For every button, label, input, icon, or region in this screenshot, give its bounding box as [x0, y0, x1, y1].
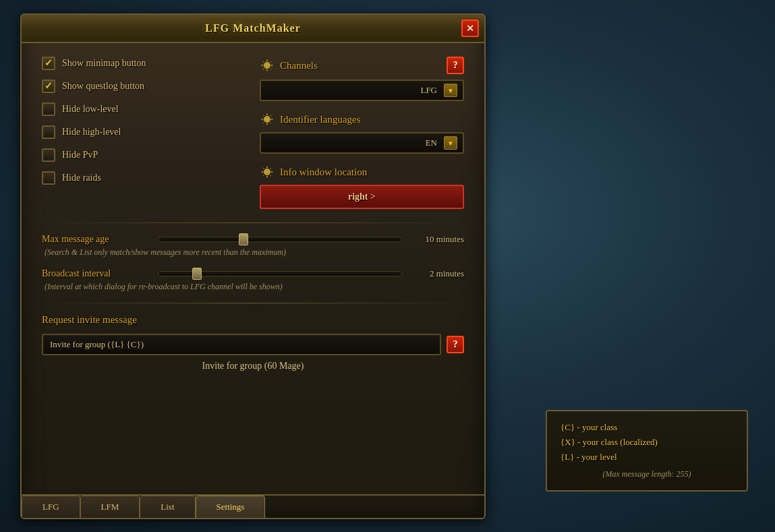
- languages-dropdown-container: EN ▼: [260, 132, 464, 154]
- channels-dropdown[interactable]: LFG ▼: [260, 80, 464, 101]
- check-mark-2: ✓: [45, 82, 53, 91]
- max-message-age-slider[interactable]: [158, 237, 402, 242]
- label-show-questlog: Show questlog button: [62, 81, 144, 92]
- invite-help-button[interactable]: ?: [447, 336, 464, 353]
- checkbox-row-show-questlog: ✓ Show questlog button: [42, 80, 246, 93]
- max-message-age-description: (Search & List only match/show messages …: [45, 247, 464, 258]
- languages-dropdown-value: EN: [266, 138, 440, 148]
- tab-lfm[interactable]: LFM: [80, 496, 140, 518]
- max-message-age-value: 10 minutes: [410, 234, 464, 245]
- top-section: ✓ Show minimap button ✓ Show questlog bu…: [42, 57, 464, 209]
- broadcast-interval-slider[interactable]: [158, 271, 402, 276]
- languages-label: Identifier languages: [280, 114, 361, 125]
- broadcast-interval-thumb[interactable]: [192, 268, 202, 280]
- location-header: Info window location: [260, 165, 464, 179]
- tab-settings[interactable]: Settings: [196, 496, 266, 518]
- channels-dropdown-value: LFG: [266, 85, 440, 96]
- tooltip-panel: {C} - your class {X} - your class (local…: [546, 410, 748, 492]
- checkbox-hide-high[interactable]: [42, 125, 55, 139]
- invite-input[interactable]: [42, 334, 441, 355]
- location-label: Info window location: [280, 167, 367, 178]
- tooltip-line-2: {X} - your class (localized): [561, 437, 733, 448]
- max-message-age-section: Max message age 10 minutes (Search & Lis…: [42, 234, 464, 258]
- languages-header: Identifier languages: [260, 112, 464, 127]
- svg-point-3: [265, 117, 269, 121]
- check-mark: ✓: [45, 59, 53, 68]
- tooltip-line-1: {C} - your class: [561, 422, 733, 433]
- invite-input-row: ?: [42, 334, 464, 355]
- channels-dropdown-container: LFG ▼: [260, 80, 464, 101]
- broadcast-interval-description: (Interval at which dialog for re-broadca…: [45, 282, 464, 292]
- close-button[interactable]: ✕: [461, 20, 479, 37]
- label-show-minimap: Show minimap button: [62, 58, 146, 69]
- svg-point-1: [265, 63, 269, 67]
- tab-lfg[interactable]: LFG: [22, 496, 80, 518]
- broadcast-interval-label: Broadcast interval: [42, 268, 150, 279]
- label-hide-pvp: Hide PvP: [62, 150, 98, 160]
- divider-1: [42, 223, 464, 223]
- max-message-age-label: Max message age: [42, 234, 150, 245]
- tooltip-line-3: {L} - your level: [561, 452, 733, 463]
- checkbox-hide-raids[interactable]: [42, 171, 55, 185]
- languages-dropdown[interactable]: EN ▼: [260, 132, 464, 154]
- broadcast-interval-section: Broadcast interval 2 minutes (Interval a…: [42, 268, 464, 292]
- checkbox-hide-low[interactable]: [42, 102, 55, 116]
- checkbox-row-hide-pvp: Hide PvP: [42, 148, 246, 162]
- channels-label: Channels: [280, 60, 318, 71]
- right-column: Channels ? LFG ▼ Identifie: [260, 57, 464, 209]
- languages-dropdown-arrow: ▼: [444, 136, 457, 150]
- label-hide-low: Hide low-level: [62, 104, 119, 115]
- gear-icon-channels: [260, 58, 275, 73]
- left-column: ✓ Show minimap button ✓ Show questlog bu…: [42, 57, 246, 209]
- title-bar: LFG MatchMaker ✕: [22, 15, 484, 43]
- max-message-age-row: Max message age 10 minutes: [42, 234, 464, 245]
- max-message-age-thumb[interactable]: [239, 233, 248, 245]
- gear-icon-location: [260, 165, 275, 179]
- checkbox-show-minimap[interactable]: ✓: [42, 57, 55, 70]
- channels-help-button[interactable]: ?: [447, 57, 464, 74]
- panel-content: ✓ Show minimap button ✓ Show questlog bu…: [22, 43, 484, 385]
- invite-section: Request invite message ? Invite for grou…: [42, 314, 464, 372]
- checkbox-row-hide-low: Hide low-level: [42, 102, 246, 116]
- tooltip-max-length: (Max message length: 255): [561, 469, 733, 479]
- broadcast-interval-row: Broadcast interval 2 minutes: [42, 268, 464, 279]
- invite-label: Request invite message: [42, 314, 464, 326]
- divider-2: [42, 303, 464, 303]
- gear-icon-languages: [260, 112, 275, 127]
- location-button[interactable]: right >: [260, 185, 464, 209]
- label-hide-high: Hide high-level: [62, 127, 121, 138]
- channels-header: Channels ?: [260, 57, 464, 74]
- channels-dropdown-arrow: ▼: [444, 84, 457, 97]
- checkbox-row-hide-raids: Hide raids: [42, 171, 246, 185]
- bottom-tabs: LFG LFM List Settings: [22, 494, 484, 518]
- checkbox-row-show-minimap: ✓ Show minimap button: [42, 57, 246, 70]
- window-title: LFG MatchMaker: [205, 22, 301, 34]
- checkbox-hide-pvp[interactable]: [42, 148, 55, 162]
- invite-preview: Invite for group (60 Mage): [42, 361, 464, 372]
- checkbox-show-questlog[interactable]: ✓: [42, 80, 55, 93]
- svg-point-5: [265, 170, 269, 174]
- label-hide-raids: Hide raids: [62, 173, 101, 183]
- broadcast-interval-value: 2 minutes: [410, 268, 464, 279]
- checkbox-row-hide-high: Hide high-level: [42, 125, 246, 139]
- main-panel: LFG MatchMaker ✕ ✓ Show minimap button ✓: [20, 13, 486, 519]
- tab-list[interactable]: List: [140, 496, 195, 518]
